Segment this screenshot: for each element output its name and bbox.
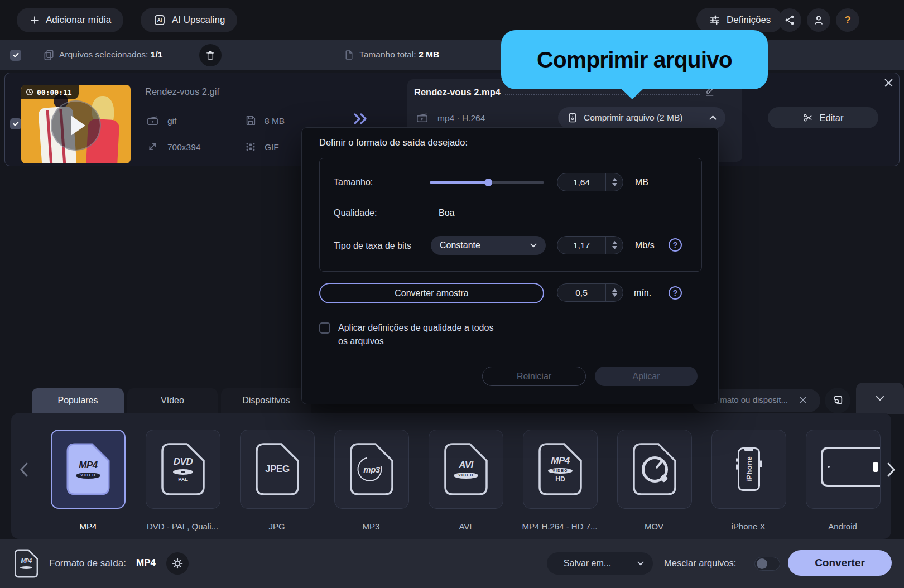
clear-search-icon[interactable] [799,396,807,404]
tab-dispositivos[interactable]: Dispositivos [221,388,311,413]
document-icon [343,49,355,61]
apply-all-label-line2: os arquivos [338,336,384,346]
apply-button[interactable]: Aplicar [595,367,698,386]
stepper-arrows[interactable] [605,173,623,191]
bitrate-type-value: Constante [440,240,480,250]
format-card-mp3[interactable]: mp3 [334,430,409,509]
trash-icon [205,50,216,61]
bitrate-value: 1,17 [557,240,605,250]
format-card-avi[interactable]: AVI VIDEO [429,430,503,509]
close-icon [884,78,893,88]
format-label: DVD - PAL, Quali... [141,522,224,531]
selected-files-count: 1/1 [151,50,163,59]
arrow-down-icon [612,246,617,249]
resolution-icon [146,141,158,153]
avi-logo: AVI VIDEO [444,443,488,495]
convert-arrow-icon [352,110,371,127]
convert-sample-button[interactable]: Converter amostra [319,283,544,303]
format-card-android[interactable] [806,430,881,509]
quicktime-logo [633,443,676,495]
chevron-down-icon [876,396,884,401]
format-card-mp4[interactable]: MP4 VIDEO [51,430,126,509]
play-button[interactable] [51,100,101,151]
apply-button-label: Aplicar [633,372,660,382]
share-button[interactable] [778,8,801,32]
settings-button[interactable]: Definições [696,8,783,32]
total-size-label: Tamanho total: [359,50,416,59]
ai-upscaling-label: AI Upscaling [172,15,225,26]
sample-value: 0,5 [557,288,605,298]
carousel-left-button[interactable] [19,462,29,478]
mp4-hd-logo: MP4 VIDEO HD [538,443,582,495]
format-label: MOV [612,522,696,531]
format-card-mp4-hd[interactable]: MP4 VIDEO HD [523,430,598,509]
reset-button[interactable]: Reiniciar [482,367,586,386]
tab-label: Vídeo [161,396,184,406]
play-icon [71,115,85,136]
output-filename: Rendez-vous 2.mp4 [414,87,501,98]
bitrate-type-select[interactable]: Constante [431,236,546,255]
size-slider[interactable] [430,181,544,184]
chevron-right-icon [886,462,896,478]
app-window: Adicionar mídia AI AI Upscaling Definiçõ… [0,0,904,588]
mp4-mini-logo: MP4 [15,549,38,578]
size-stepper[interactable]: 1,64 [557,173,623,191]
video-thumbnail[interactable]: 00:00:11 [21,85,131,163]
compress-file-button[interactable]: Comprimir arquivo (2 MB) [558,107,725,128]
size-label: Tamanho: [334,177,373,187]
ai-upscaling-button[interactable]: AI AI Upscaling [141,8,237,32]
check-icon [13,52,19,58]
chevron-down-icon[interactable] [628,561,653,566]
save-to-button[interactable]: Salvar em... [547,552,653,575]
dvd-logo: DVD PAL [161,443,205,495]
formats-panel: MP4 VIDEO DVD PAL [11,413,891,539]
bitrate-stepper[interactable]: 1,17 [557,236,623,254]
format-settings-button[interactable] [166,552,189,575]
total-size-value: 2 MB [419,50,439,59]
convert-button[interactable]: Converter [788,550,892,576]
source-codec: GIF [265,142,279,152]
bottom-bar: MP4 Formato de saída: MP4 Salvar em... M… [0,539,904,588]
chevron-up-icon [709,115,717,120]
selected-files-label: Arquivos selecionados: [59,50,148,59]
edit-button[interactable]: Editar [768,107,878,128]
merge-files-toggle[interactable] [754,557,780,571]
output-format-badge: MP4 [15,549,38,578]
search-format-button[interactable] [825,388,850,413]
sample-stepper[interactable]: 0,5 [557,283,623,302]
format-card-mov[interactable] [617,430,692,509]
clapper-icon [416,112,429,124]
add-media-button[interactable]: Adicionar mídia [17,8,123,32]
select-all-checkbox[interactable] [10,50,21,61]
format-label: JPG [235,522,319,531]
collapse-formats-button[interactable] [856,383,904,414]
stepper-arrows[interactable] [605,237,623,254]
tab-video[interactable]: Vídeo [127,388,218,413]
callout-tail [621,88,644,99]
source-resolution: 700x394 [167,142,200,152]
floppy-icon [244,114,257,127]
stepper-arrows[interactable] [605,284,623,301]
format-card-dvd[interactable]: DVD PAL [146,430,220,509]
format-label: Android [801,522,884,531]
convert-sample-label: Converter amostra [395,288,469,298]
file-checkbox[interactable] [10,118,21,129]
tab-populares[interactable]: Populares [32,388,124,413]
format-card-iphone-x[interactable]: iPhone [711,430,786,509]
format-label: AVI [424,522,507,531]
bitrate-help-button[interactable]: ? [669,238,682,252]
format-card-jpg[interactable]: JPEG [240,430,315,509]
carousel-right-button[interactable] [886,462,896,478]
question-icon: ? [844,14,851,26]
slider-thumb[interactable] [484,179,492,186]
account-button[interactable] [807,8,830,32]
delete-button[interactable] [199,44,222,66]
sample-help-button[interactable]: ? [669,286,682,300]
remove-file-button[interactable] [884,78,893,88]
mp3-logo: mp3 [350,443,393,495]
convert-button-label: Converter [815,557,865,569]
quality-label: Qualidade: [334,208,377,218]
help-button[interactable]: ? [836,8,859,32]
apply-all-checkbox[interactable] [319,322,330,334]
merge-files-label: Mesclar arquivos: [664,558,736,568]
